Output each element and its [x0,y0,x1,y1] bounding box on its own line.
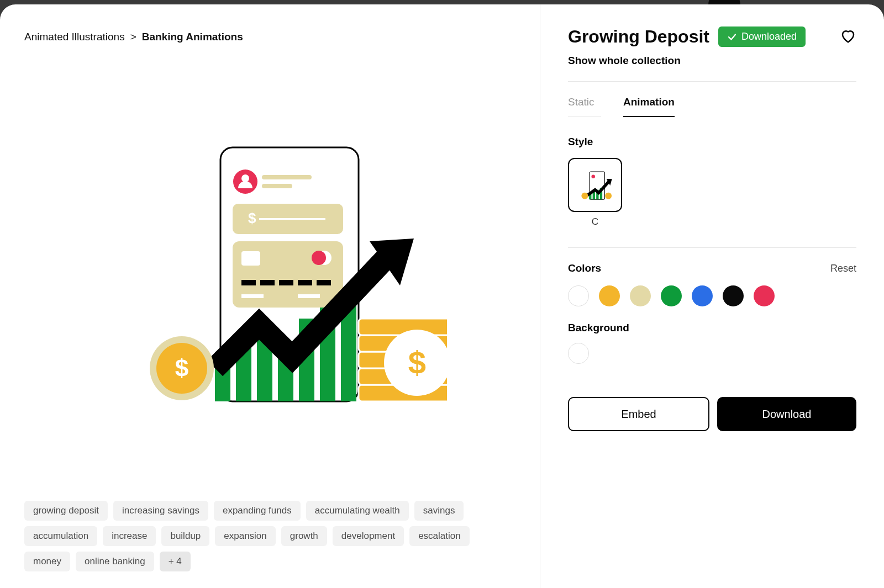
svg-rect-18 [298,294,320,298]
svg-point-11 [312,251,326,265]
download-button[interactable]: Download [717,397,856,431]
asset-title: Growing Deposit [568,27,709,47]
illustration-growing-deposit: $ [93,131,447,407]
tag[interactable]: growing deposit [24,501,108,521]
breadcrumb-root[interactable]: Animated Illustrations [24,31,125,43]
title-row: Growing Deposit Downloaded [568,27,856,47]
bg-swatch[interactable] [568,343,589,364]
svg-text:$: $ [408,345,425,380]
favorite-button[interactable] [840,28,856,46]
reset-button[interactable]: Reset [830,263,856,274]
embed-button[interactable]: Embed [568,397,709,431]
tag[interactable]: savings [414,501,464,521]
svg-rect-34 [359,319,447,335]
show-collection-link[interactable]: Show whole collection [568,55,856,67]
color-swatch[interactable] [723,285,744,306]
downloaded-badge: Downloaded [718,27,806,47]
color-swatch[interactable] [568,285,589,306]
svg-rect-4 [262,184,292,188]
background-swatches [568,343,856,364]
tag[interactable]: growth [281,526,327,546]
colors-label: Colors [568,262,601,274]
svg-rect-14 [279,280,293,285]
tag[interactable]: online banking [76,552,154,571]
svg-point-44 [581,193,588,199]
color-swatches [568,285,856,306]
svg-rect-12 [241,280,256,285]
tag[interactable]: escalation [409,526,470,546]
format-tabs: Static Animation [568,96,856,117]
check-icon [727,32,737,42]
svg-rect-9 [241,251,260,266]
background-label: Background [568,322,856,334]
asset-modal: Animated Illustrations > Banking Animati… [0,4,884,588]
svg-rect-13 [260,280,275,285]
color-swatch[interactable] [692,285,713,306]
tag[interactable]: expansion [215,526,276,546]
style-thumb[interactable] [568,158,622,212]
color-swatch[interactable] [754,285,775,306]
svg-text:$: $ [175,354,188,382]
tag[interactable]: expanding funds [214,501,301,521]
svg-rect-15 [298,280,312,285]
tag[interactable]: accumulation [24,526,97,546]
style-option-label: C [592,216,598,227]
svg-point-38 [591,174,595,178]
right-panel: Growing Deposit Downloaded Show whole co… [540,4,884,588]
tag[interactable]: development [333,526,404,546]
style-label: Style [568,136,856,148]
action-buttons: Embed Download [568,397,856,431]
left-panel: Animated Illustrations > Banking Animati… [0,4,540,588]
tab-static[interactable]: Static [568,96,601,117]
colors-header: Colors Reset [568,247,856,274]
tab-animation[interactable]: Animation [623,96,675,117]
tag[interactable]: accumulating wealth [306,501,409,521]
preview-canvas: $ [24,43,515,494]
style-thumb-icon [576,166,614,204]
heart-icon [840,28,856,44]
tag-list: growing deposit increasing savings expan… [24,494,515,571]
chevron-right-icon: > [130,31,136,43]
breadcrumb-current: Banking Animations [142,31,243,43]
tag[interactable]: buildup [161,526,209,546]
svg-rect-7 [259,218,325,220]
style-option-c: C [568,158,622,227]
tag[interactable]: increase [103,526,156,546]
svg-rect-17 [241,294,264,298]
divider [568,81,856,82]
breadcrumb: Animated Illustrations > Banking Animati… [24,31,515,43]
style-options: C [568,158,856,227]
tag-more[interactable]: + 4 [160,552,191,571]
color-swatch[interactable] [661,285,682,306]
svg-point-45 [605,193,612,199]
svg-text:$: $ [248,210,256,226]
tag[interactable]: money [24,552,70,571]
svg-point-2 [241,174,249,182]
color-swatch[interactable] [599,285,620,306]
downloaded-badge-label: Downloaded [741,31,797,43]
svg-rect-3 [262,175,312,179]
tag[interactable]: increasing savings [113,501,208,521]
color-swatch[interactable] [630,285,651,306]
svg-rect-16 [317,280,331,285]
